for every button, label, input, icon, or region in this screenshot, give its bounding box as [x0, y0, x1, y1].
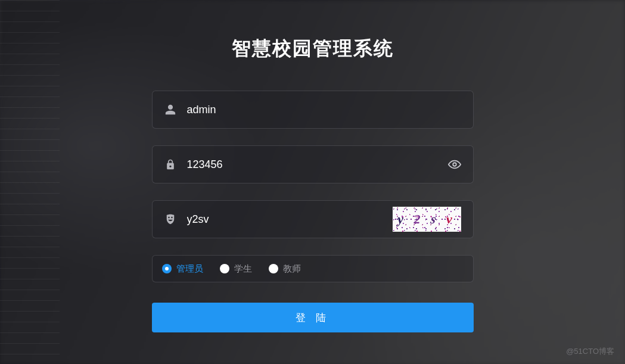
radio-unchecked-icon — [220, 264, 229, 273]
password-row — [152, 145, 474, 183]
role-label-admin: 管理员 — [176, 263, 203, 275]
role-radio-admin[interactable]: 管理员 — [162, 263, 203, 275]
watermark: @51CTO博客 — [566, 346, 614, 357]
username-row — [152, 91, 474, 129]
captcha-image-text: y 2 s v — [397, 211, 456, 227]
captcha-row: y 2 s v — [152, 200, 474, 238]
lock-icon — [164, 158, 176, 170]
radio-unchecked-icon — [269, 264, 278, 273]
captcha-input[interactable] — [187, 213, 382, 226]
password-input[interactable] — [187, 158, 437, 171]
role-radio-teacher[interactable]: 教师 — [269, 263, 301, 275]
login-form: y 2 s v 管理员 学生 教师 登 陆 — [152, 91, 474, 332]
radio-checked-icon — [162, 264, 172, 273]
user-icon — [164, 104, 176, 116]
role-radio-student[interactable]: 学生 — [220, 263, 252, 275]
login-container: 智慧校园管理系统 y 2 s v — [0, 0, 625, 364]
captcha-image[interactable]: y 2 s v — [393, 207, 461, 232]
role-label-teacher: 教师 — [283, 263, 301, 275]
page-title: 智慧校园管理系统 — [232, 36, 394, 62]
svg-point-0 — [453, 163, 456, 166]
eye-icon[interactable] — [448, 158, 461, 171]
shield-face-icon — [164, 213, 176, 225]
role-radio-group: 管理员 学生 教师 — [152, 255, 474, 282]
login-button[interactable]: 登 陆 — [152, 303, 474, 332]
role-label-student: 学生 — [234, 263, 252, 275]
username-input[interactable] — [187, 104, 461, 116]
